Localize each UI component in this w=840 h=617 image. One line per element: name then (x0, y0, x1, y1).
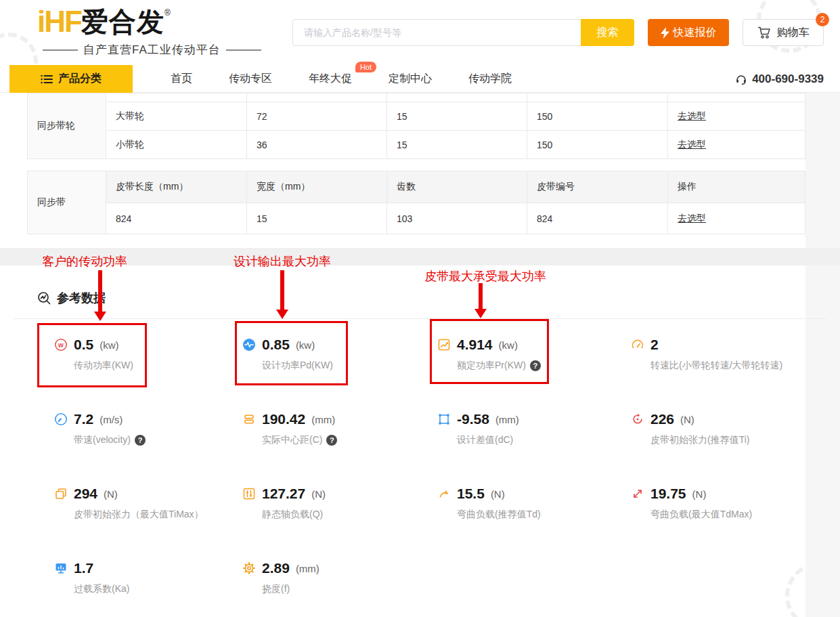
table-cell: 15 (386, 130, 527, 158)
table-cell: 15 (386, 102, 527, 130)
table-cell: 15 (246, 203, 386, 234)
metric-unit: (N) (680, 414, 694, 425)
metric-unit: (mm) (311, 414, 335, 425)
table-cell: 150 (527, 130, 667, 158)
tagline-dash (226, 49, 261, 51)
headset-icon (735, 73, 747, 85)
nav-item-transmission-academy[interactable]: 传动学院 (468, 72, 512, 86)
nav-item-transmission-zone[interactable]: 传动专区 (229, 72, 272, 86)
metric-value: 2.89 (262, 560, 290, 576)
nav-item-year-end-sale[interactable]: 年终大促 Hot (309, 72, 352, 86)
annotation-belt-max-power: 皮带最大承受最大功率 (424, 268, 546, 284)
help-icon[interactable]: ? (326, 435, 337, 446)
go-select-link[interactable]: 去选型 (678, 139, 706, 151)
table-cell: 大带轮 (106, 102, 246, 130)
cart-button[interactable]: 购物车 2 (743, 19, 824, 46)
annotation-box-design-power (235, 321, 348, 385)
table-cell-cutoff (386, 93, 527, 102)
table-cell: 36 (246, 130, 386, 158)
metric-label: 过载系数(Ka) (74, 583, 237, 595)
speedometer-icon (54, 412, 68, 426)
metric-label: 设计差值(dC) (457, 434, 620, 446)
metric-unit: (N) (692, 488, 707, 500)
search-input[interactable] (292, 19, 581, 46)
header: iHF 爱合发 ® 自产直营FA工业传动平台 搜索 快速报价 (0, 0, 840, 65)
table-header-cell: 皮带长度（mm） (106, 171, 246, 203)
metric-value: 19.75 (650, 486, 686, 502)
tagline-text: 自产直营FA工业传动平台 (83, 42, 221, 58)
go-select-link[interactable]: 去选型 (678, 110, 706, 123)
center-distance-icon (242, 412, 256, 426)
annotation-design-output-power: 设计输出最大功率 (234, 253, 331, 270)
metric-label: 带速(velocity) ? (74, 434, 237, 446)
logo-cn-text: 爱合发 (81, 7, 164, 37)
main-nav: 产品分类 首页 传动专区 年终大促 Hot 定制中心 传动学院 400-690-… (0, 65, 840, 93)
table-cell: 824 (106, 203, 246, 234)
logo-registered-mark: ® (164, 8, 171, 18)
logo-tagline: 自产直营FA工业传动平台 (37, 42, 206, 58)
product-catalog-button[interactable]: 产品分类 (9, 65, 133, 93)
belt-table-group-label: 同步带 (28, 171, 106, 234)
go-select-link[interactable]: 去选型 (678, 213, 706, 225)
page: iHF 爱合发 ® 自产直营FA工业传动平台 搜索 快速报价 (0, 0, 840, 617)
curve-arrow-icon (437, 487, 451, 501)
table-cell-action: 去选型 (667, 130, 805, 158)
pulley-table-group-label: 同步带轮 (28, 93, 106, 158)
metric-static-shaft-load: 127.27 (N) 静态轴负载(Q) (242, 486, 425, 521)
metric-initial-tension-max: 294 (N) 皮带初始张力（最大值TiMax） (54, 486, 237, 521)
table-cell-cutoff (667, 93, 805, 102)
metric-value: 127.27 (262, 486, 305, 502)
metric-value: 226 (650, 411, 674, 427)
table-cell-action: 去选型 (667, 102, 805, 130)
belt-table: 同步带 皮带长度（mm） 宽度（mm） 齿数 皮带编号 操作 824 15 10… (27, 171, 805, 234)
quick-quote-button[interactable]: 快速报价 (648, 19, 729, 46)
metric-value: 2 (650, 337, 659, 353)
metric-unit: (N) (491, 488, 505, 500)
nav-item-custom-center[interactable]: 定制中心 (389, 72, 432, 86)
product-catalog-label: 产品分类 (58, 72, 102, 86)
metric-label: 皮带初始张力（最大值TiMax） (74, 509, 237, 521)
table-cell: 824 (527, 203, 667, 234)
annotation-customer-power: 客户的传动功率 (42, 253, 127, 270)
nav-item-home[interactable]: 首页 (171, 72, 192, 86)
annotation-arrow-icon (474, 283, 487, 318)
metric-initial-tension-recommended: 226 (N) 皮带初始张力(推荐值Ti) (631, 411, 814, 446)
gear-icon (242, 561, 256, 575)
metric-unit: (N) (311, 488, 326, 500)
search-button[interactable]: 搜索 (581, 19, 634, 46)
metric-label: 挠度(f) (262, 583, 425, 595)
logo[interactable]: iHF 爱合发 ® 自产直营FA工业传动平台 (37, 7, 206, 58)
metric-label: 皮带初始张力(推荐值Ti) (650, 434, 814, 446)
table-cell: 150 (527, 102, 667, 130)
metric-value: 190.42 (262, 411, 305, 427)
metric-value: 7.2 (74, 411, 93, 427)
hot-badge: Hot (355, 62, 376, 72)
metric-label-text: 实际中心距(C) (262, 434, 322, 446)
metric-overload-factor: 1.7 过载系数(Ka) (54, 560, 237, 595)
monitor-icon (54, 561, 68, 575)
service-phone-number: 400-690-9339 (752, 72, 824, 86)
metric-deflection: 2.89 (mm) 挠度(f) (242, 560, 425, 595)
reference-divider (14, 318, 826, 319)
metric-unit: (m/s) (100, 414, 123, 425)
service-phone: 400-690-9339 (735, 65, 824, 93)
tagline-dash (43, 49, 78, 51)
cart-count-badge: 2 (816, 13, 829, 26)
help-icon[interactable]: ? (135, 435, 146, 446)
metric-value: 294 (74, 486, 97, 502)
search-bar: 搜索 (292, 19, 634, 46)
sliders-icon (242, 487, 256, 501)
table-cell: 103 (386, 203, 527, 234)
rotate-icon (631, 412, 644, 426)
metric-design-difference: -9.58 (mm) 设计差值(dC) (437, 411, 620, 446)
metric-belt-velocity: 7.2 (m/s) 带速(velocity) ? (54, 411, 237, 446)
annotation-box-transmission-power (37, 323, 147, 387)
nav-item-year-end-sale-label: 年终大促 (309, 72, 352, 84)
metric-unit: (mm) (296, 563, 319, 574)
cart-icon (757, 26, 772, 39)
metric-bending-load-max: 19.75 (N) 弯曲负载(最大值TdMax) (631, 486, 814, 521)
metric-value: 1.7 (74, 560, 93, 576)
metric-label: 静态轴负载(Q) (262, 509, 425, 521)
lightning-icon (661, 27, 669, 39)
chart-magnifier-icon (37, 291, 51, 305)
